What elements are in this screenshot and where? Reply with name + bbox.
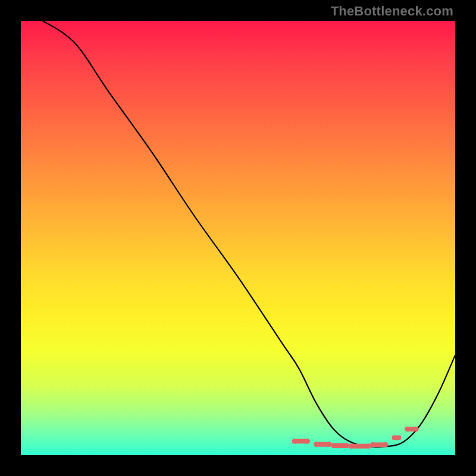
chart-frame: TheBottleneck.com	[0, 0, 476, 476]
highlight-dashes	[292, 427, 419, 449]
highlight-dot	[344, 443, 349, 448]
highlight-dot	[396, 436, 401, 440]
highlight-dot	[305, 439, 310, 443]
highlight-dot	[327, 442, 331, 447]
highlight-dot	[314, 442, 318, 447]
main-curve	[43, 21, 456, 447]
plot-area	[21, 21, 455, 455]
highlight-dot	[414, 427, 418, 431]
curve-svg	[21, 21, 455, 455]
highlight-dot	[383, 442, 388, 447]
highlight-dot	[331, 443, 336, 448]
highlight-dot	[349, 444, 353, 449]
highlight-dot	[405, 427, 410, 431]
watermark-text: TheBottleneck.com	[331, 4, 453, 19]
highlight-dot	[292, 439, 297, 443]
highlight-dot	[366, 444, 371, 449]
highlight-dot	[392, 436, 397, 440]
highlight-dot	[370, 442, 375, 447]
